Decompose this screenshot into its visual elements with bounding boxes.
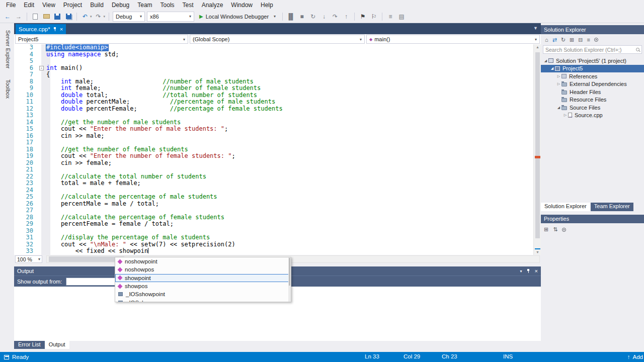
navigate-back-icon[interactable]: ← <box>3 12 12 21</box>
tree-item-header-files[interactable]: Header Files <box>541 88 644 96</box>
code-line-14[interactable]: 14 //get the number of male students <box>14 119 533 126</box>
code-line-16[interactable]: 16 cin >> male; <box>14 133 533 140</box>
tree-expanded-arrow-icon[interactable]: ◢ <box>543 59 548 63</box>
code-line-7[interactable]: 7{ <box>14 71 533 78</box>
completion-item-showpoint[interactable]: showpoint <box>115 274 291 282</box>
code-line-25[interactable]: 25 //calculate the percentage of male st… <box>14 194 533 201</box>
tree-collapsed-arrow-icon[interactable]: ▷ <box>556 82 561 86</box>
code-line-18[interactable]: 18 //get the number of female students <box>14 146 533 153</box>
code-line-28[interactable]: 28 //calculate the percentage of female … <box>14 214 533 221</box>
bookmark-flag-icon[interactable]: ⚑ <box>358 12 367 21</box>
tab-team-explorer[interactable]: Team Explorer <box>591 203 633 211</box>
start-debug-button[interactable]: ▶ Local Windows Debugger ▾ <box>196 12 279 22</box>
collapse-all-icon[interactable]: ⊟ <box>578 37 583 43</box>
code-line-10[interactable]: 10 double total; //total number of stude… <box>14 92 533 99</box>
show-all-files-icon[interactable]: ⊞ <box>570 37 574 43</box>
code-line-22[interactable]: 22 //calculate the total number of stude… <box>14 173 533 180</box>
menu-help[interactable]: Help <box>257 0 277 10</box>
server-explorer-tab[interactable]: Server Explorer <box>3 26 11 72</box>
editor-vertical-scrollbar[interactable]: ▲ ▼ <box>533 44 541 255</box>
break-all-icon[interactable]: ▐▌ <box>286 12 295 21</box>
code-line-4[interactable]: 4using namespace std; <box>14 51 533 58</box>
home-icon[interactable]: ⌂ <box>545 37 548 43</box>
menu-view[interactable]: View <box>38 0 59 10</box>
code-line-33[interactable]: 33 << fixed << showpoin <box>14 248 533 255</box>
alphabetical-sort-icon[interactable]: ⇅ <box>553 226 557 233</box>
search-input[interactable]: Search Solution Explorer (Ctrl+;) <box>543 45 642 54</box>
save-icon[interactable] <box>53 12 62 21</box>
menu-window[interactable]: Window <box>227 0 257 10</box>
popup-scrollbar[interactable] <box>288 257 291 302</box>
pin-icon[interactable] <box>53 27 57 31</box>
navigate-forward-icon[interactable]: → <box>14 12 23 21</box>
categorized-icon[interactable]: ⊞ <box>544 226 548 233</box>
menu-file[interactable]: File <box>2 0 20 10</box>
menu-edit[interactable]: Edit <box>20 0 38 10</box>
document-list-dropdown-icon[interactable]: ▼ <box>533 26 538 31</box>
refresh-icon[interactable]: ↻ <box>561 37 566 43</box>
stop-debug-icon[interactable]: ■ <box>297 12 306 21</box>
menu-tools[interactable]: Tools <box>156 0 179 10</box>
code-line-29[interactable]: 29 percentFemale = female / total; <box>14 221 533 228</box>
restart-icon[interactable]: ↻ <box>308 12 317 21</box>
code-line-27[interactable]: 27 <box>14 207 533 214</box>
tree-collapsed-arrow-icon[interactable]: ▷ <box>562 113 568 117</box>
tree-expanded-arrow-icon[interactable]: ◢ <box>556 106 561 110</box>
code-line-20[interactable]: 20 cin >> female; <box>14 160 533 167</box>
menu-project[interactable]: Project <box>59 0 86 10</box>
code-line-3[interactable]: 3#include<iomanip> <box>14 44 533 51</box>
code-line-6[interactable]: 6-int main() <box>14 65 533 72</box>
close-icon[interactable]: × <box>60 27 63 32</box>
solution-explorer-title-bar[interactable]: Solution Explorer <box>541 25 644 34</box>
window-position-icon[interactable]: ▾ <box>520 269 522 274</box>
code-line-15[interactable]: 15 cout << "Enter the number of male stu… <box>14 126 533 133</box>
indent-icon[interactable]: ≡ <box>386 12 395 21</box>
project-dropdown[interactable]: Project5 ▾ <box>15 35 188 44</box>
step-out-icon[interactable]: ↑ <box>342 12 351 21</box>
tree-expanded-arrow-icon[interactable]: ◢ <box>549 66 555 70</box>
preview-settings-icon[interactable] <box>594 38 598 42</box>
sync-with-active-document-icon[interactable]: ⇄ <box>552 37 557 43</box>
open-file-icon[interactable] <box>42 12 51 21</box>
code-line-30[interactable]: 30 <box>14 228 533 235</box>
code-line-24[interactable]: 24 <box>14 187 533 194</box>
completion-item-noshowpos[interactable]: noshowpos <box>115 265 291 274</box>
completion-item-iosshowpoint[interactable]: _IOSshowpoint <box>115 290 291 298</box>
tree-item-solution-project5-1-project[interactable]: ◢Solution 'Project5' (1 project) <box>541 57 644 65</box>
tree-item-references[interactable]: ▷References <box>541 72 644 80</box>
background-tasks-icon[interactable] <box>4 355 9 359</box>
member-dropdown[interactable]: ◆ main() ▾ <box>366 35 540 44</box>
code-line-32[interactable]: 32 cout << "\nMale: " << setw(7) << setp… <box>14 241 533 248</box>
menu-debug[interactable]: Debug <box>108 0 133 10</box>
property-pages-icon[interactable] <box>562 228 566 232</box>
code-line-13[interactable]: 13 <box>14 112 533 119</box>
pin-icon[interactable] <box>527 269 530 273</box>
code-line-5[interactable]: 5 <box>14 58 533 65</box>
new-file-icon[interactable] <box>31 12 40 21</box>
comment-icon[interactable]: ▤ <box>397 12 406 21</box>
tab-output[interactable]: Output <box>45 341 69 349</box>
code-line-8[interactable]: 8 int male; //number of male students <box>14 78 533 85</box>
add-to-source-control-button[interactable]: ↑ Add <box>627 352 643 362</box>
redo-icon[interactable]: ↷ <box>94 12 103 21</box>
save-all-icon[interactable] <box>64 12 73 21</box>
redo-dropdown-icon[interactable]: ▾ <box>104 15 106 19</box>
document-tab-source-cpp[interactable]: Source.cpp* × <box>16 24 66 34</box>
code-line-19[interactable]: 19 cout << "Enter the number of female s… <box>14 153 533 160</box>
scroll-up-icon[interactable]: ▲ <box>534 45 541 49</box>
completion-item-showpos[interactable]: showpos <box>115 282 291 290</box>
code-line-11[interactable]: 11 double percentMale; //percentage of m… <box>14 99 533 106</box>
menu-build[interactable]: Build <box>86 0 108 10</box>
menu-test[interactable]: Test <box>179 0 198 10</box>
step-over-icon[interactable]: ↷ <box>331 12 340 21</box>
code-line-23[interactable]: 23 total = male + female; <box>14 180 533 187</box>
properties-icon[interactable]: ≡ <box>587 37 590 43</box>
tree-collapsed-arrow-icon[interactable]: ▷ <box>556 74 561 78</box>
menu-analyze[interactable]: Analyze <box>198 0 227 10</box>
close-icon[interactable]: × <box>535 268 538 274</box>
tree-item-source-cpp[interactable]: ▷Source.cpp <box>541 112 644 120</box>
tree-item-resource-files[interactable]: Resource Files <box>541 96 644 104</box>
properties-title-bar[interactable]: Properties <box>541 215 644 223</box>
completion-item-iosshowpos[interactable]: _IOSshowpos <box>115 298 291 302</box>
zoom-select[interactable]: 100 % ▾ <box>15 255 42 263</box>
